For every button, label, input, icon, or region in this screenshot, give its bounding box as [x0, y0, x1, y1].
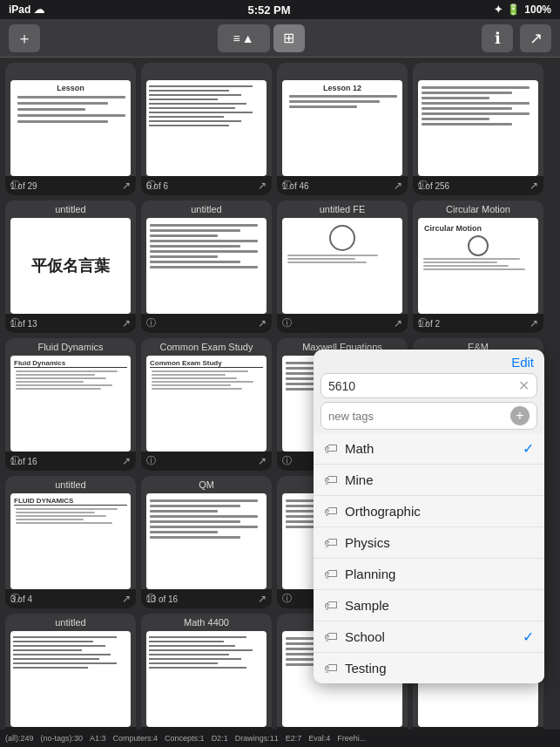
- cell-info-icon[interactable]: ⓘ: [282, 316, 292, 329]
- cell-info-icon[interactable]: ⓘ: [146, 592, 156, 605]
- notebook-cell[interactable]: Fluid Dynamics Fluid Dynamics ⓘ 1 of 16 …: [5, 338, 136, 471]
- cell-share-icon[interactable]: ↗: [122, 593, 131, 605]
- tag-label: Orthographic: [345, 504, 516, 519]
- cell-info-icon[interactable]: ⓘ: [282, 592, 292, 605]
- status-bar: iPad ☁ 5:52 PM ✦ 🔋 100%: [0, 0, 560, 19]
- cell-share-icon[interactable]: ↗: [394, 317, 402, 329]
- cell-preview: [146, 631, 267, 727]
- bluetooth-icon: ✦: [494, 3, 503, 16]
- sort-button[interactable]: ≡ ▲: [218, 24, 270, 52]
- cell-info-icon[interactable]: ⓘ: [10, 316, 20, 329]
- cell-title: untitled FE: [277, 204, 408, 214]
- edit-button[interactable]: Edit: [511, 355, 534, 370]
- lesson-title-text: Lesson: [14, 84, 127, 92]
- tag-icon: 🏷: [324, 661, 338, 676]
- notebook-cell[interactable]: untitled FLUID DYNAMICS ⓘ 3 of 4 ↗: [5, 476, 136, 608]
- cell-share-icon[interactable]: ↗: [394, 180, 402, 192]
- notebook-cell[interactable]: untitled ⓘ ↗: [141, 200, 272, 333]
- cell-preview: [10, 631, 131, 727]
- bottom-bar-item: Concepts:1: [165, 734, 205, 743]
- tag-icon: 🏷: [324, 598, 338, 614]
- share-button[interactable]: ↗: [520, 24, 551, 52]
- notebook-cell[interactable]: ⓘ 6 of 6 ↗: [141, 63, 272, 195]
- add-tag-button[interactable]: +: [510, 406, 530, 425]
- cell-footer: ⓘ 1 of 13 ↗: [5, 314, 136, 333]
- cell-title: Fluid Dynamics: [5, 342, 136, 352]
- bottom-bar-item: E2:7: [286, 734, 302, 743]
- notebook-cell[interactable]: Lesson ⓘ 1 of 29 ↗: [5, 63, 136, 195]
- cell-info-icon[interactable]: ⓘ: [418, 316, 428, 329]
- status-time: 5:52 PM: [247, 3, 290, 17]
- tag-icon: 🏷: [324, 535, 338, 551]
- tag-item[interactable]: 🏷Testing✓: [314, 653, 544, 683]
- cell-info-icon[interactable]: ⓘ: [146, 316, 156, 329]
- tag-item[interactable]: 🏷Sample✓: [314, 590, 544, 621]
- cell-info-icon[interactable]: ⓘ: [146, 179, 156, 192]
- cell-footer: ⓘ 1 of 16 ↗: [5, 452, 136, 471]
- tag-label: Testing: [345, 661, 516, 676]
- cell-title: untitled: [5, 617, 136, 628]
- circular-motion-label: Circular Motion: [422, 221, 535, 234]
- info-icon: ℹ: [495, 29, 501, 48]
- cell-info-icon[interactable]: ⓘ: [146, 454, 156, 467]
- tag-item[interactable]: 🏷Mine✓: [314, 465, 544, 496]
- notebook-cell[interactable]: Lesson 12 ⓘ 1 of 46 ↗: [277, 63, 408, 195]
- toolbar-center: ≡ ▲ ⊞: [218, 24, 305, 52]
- cell-share-icon[interactable]: ↗: [258, 317, 267, 329]
- info-button[interactable]: ℹ: [482, 24, 513, 52]
- grid-view-button[interactable]: ⊞: [273, 24, 305, 52]
- cell-share-icon[interactable]: ↗: [122, 455, 131, 467]
- add-button[interactable]: ＋: [9, 24, 40, 52]
- tag-label: Physics: [345, 535, 516, 550]
- tag-item[interactable]: 🏷Orthographic✓: [314, 496, 544, 527]
- notebook-cell[interactable]: ⓘ 1 of 256 ↗: [413, 63, 543, 195]
- tag-item[interactable]: 🏷School✓: [314, 621, 544, 653]
- cell-share-icon[interactable]: ↗: [258, 455, 267, 467]
- tag-label: Mine: [345, 472, 516, 487]
- notebook-cell[interactable]: untitled 平仮名言葉 ⓘ 1 of 13 ↗: [5, 200, 136, 333]
- cell-info-icon[interactable]: ⓘ: [10, 179, 20, 192]
- cell-info-icon[interactable]: ⓘ: [418, 179, 428, 192]
- tag-icon: 🏷: [324, 629, 338, 645]
- cell-share-icon[interactable]: ↗: [530, 317, 538, 329]
- notebook-cell[interactable]: untitled ⓘ ↗: [5, 614, 136, 730]
- cell-info-icon[interactable]: ⓘ: [282, 454, 292, 467]
- cell-share-icon[interactable]: ↗: [530, 180, 538, 192]
- notebook-cell[interactable]: Circular Motion Circular Motion ⓘ 1 of 2…: [413, 200, 543, 333]
- notebook-cell[interactable]: untitled FE ⓘ ↗: [277, 200, 408, 333]
- fluid-dynamics2-label: FLUID DYNAMICS: [14, 497, 127, 506]
- cell-preview: 平仮名言葉: [10, 218, 131, 314]
- notebook-cell[interactable]: Math 4400 ⓘ 4 of 5 ↗: [141, 614, 272, 730]
- tag-item[interactable]: 🏷Planning✓: [314, 559, 544, 590]
- cell-footer: ⓘ 1 of 29 ↗: [5, 176, 136, 195]
- cell-info-icon[interactable]: ⓘ: [10, 592, 20, 605]
- battery-level: 100%: [524, 3, 551, 16]
- bottom-bar-item: Drawings:11: [235, 734, 279, 743]
- cell-info-icon[interactable]: ⓘ: [282, 179, 292, 192]
- cell-title: Common Exam Study: [141, 342, 272, 352]
- notebook-cell[interactable]: QM ⓘ 13 of 16 ↗: [141, 476, 272, 608]
- tag-item[interactable]: 🏷Physics✓: [314, 527, 544, 559]
- cell-footer: ⓘ ↗: [141, 314, 272, 333]
- cell-share-icon[interactable]: ↗: [122, 317, 131, 329]
- cell-footer: ⓘ ↗: [141, 452, 272, 471]
- notebook-cell[interactable]: Common Exam Study Common Exam Study ⓘ ↗: [141, 338, 272, 471]
- cell-preview: [146, 218, 267, 314]
- cell-share-icon[interactable]: ↗: [258, 180, 267, 192]
- tag-item[interactable]: 🏷Math✓: [314, 433, 544, 465]
- bottom-bar-item: (no-tags):30: [41, 734, 84, 743]
- lesson-title-text: Lesson 12: [286, 84, 399, 92]
- new-tag-input[interactable]: [328, 410, 505, 423]
- tag-check-icon: ✓: [523, 440, 534, 457]
- status-right: ✦ 🔋 100%: [494, 3, 551, 16]
- cell-share-icon[interactable]: ↗: [258, 593, 267, 605]
- cell-footer: ⓘ 6 of 6 ↗: [141, 176, 272, 195]
- cell-info-icon[interactable]: ⓘ: [10, 454, 20, 467]
- cell-share-icon[interactable]: ↗: [122, 180, 131, 192]
- common-exam-label: Common Exam Study: [150, 359, 263, 368]
- toolbar: ＋ ≡ ▲ ⊞ ℹ ↗: [0, 19, 560, 58]
- search-clear-icon[interactable]: ✕: [518, 377, 530, 394]
- tag-search-input[interactable]: [328, 379, 513, 393]
- bottom-bar-item: A1:3: [90, 734, 106, 743]
- toolbar-right: ℹ ↗: [482, 24, 551, 52]
